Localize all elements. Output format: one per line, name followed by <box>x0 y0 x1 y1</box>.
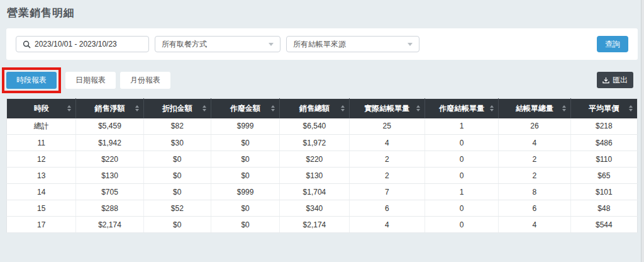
tab-period-report[interactable]: 時段報表 <box>6 72 57 89</box>
column-header[interactable]: 平均單價 <box>570 99 637 118</box>
table-cell: $220 <box>280 151 349 168</box>
column-header-label: 實際結帳單量 <box>364 104 409 113</box>
table-cell: 26 <box>499 118 570 135</box>
table-cell: $0 <box>211 168 279 184</box>
annotation-highlight: 時段報表 <box>2 67 61 93</box>
table-cell: $65 <box>570 168 637 184</box>
column-header[interactable]: 作廢結帳單量 <box>425 99 498 118</box>
sort-icon[interactable] <box>341 105 345 111</box>
receipt-source-value: 所有結帳單來源 <box>293 39 346 50</box>
table-cell: 0 <box>425 135 498 151</box>
table-cell: $0 <box>143 151 211 168</box>
tab-month-report[interactable]: 月份報表 <box>120 72 170 89</box>
table-cell: $130 <box>76 168 143 184</box>
export-label: 匯出 <box>613 75 628 86</box>
chevron-down-icon <box>408 43 413 46</box>
pickup-method-value: 所有取餐方式 <box>162 39 207 50</box>
sort-icon[interactable] <box>271 105 275 111</box>
table-cell: 8 <box>499 184 570 200</box>
download-icon <box>602 77 609 84</box>
table-cell: $486 <box>570 135 637 151</box>
table-body: 總計$5,459$82$999$6,54025126$21811$1,942$3… <box>7 118 638 233</box>
table-cell: $1,972 <box>280 135 349 151</box>
column-header[interactable]: 折扣金額 <box>143 99 211 118</box>
table-cell: $340 <box>280 200 349 217</box>
sort-icon[interactable] <box>67 105 71 111</box>
table-row: 總計$5,459$82$999$6,54025126$218 <box>7 118 638 135</box>
table-cell: $705 <box>76 184 143 200</box>
sort-icon[interactable] <box>490 105 494 111</box>
table-cell: 7 <box>349 184 425 200</box>
column-header-label: 作廢結帳單量 <box>439 104 484 113</box>
column-header[interactable]: 實際結帳單量 <box>349 99 425 118</box>
table-cell: $6,540 <box>280 118 349 135</box>
column-header[interactable]: 時段 <box>7 99 76 118</box>
table-cell: 13 <box>7 168 76 184</box>
table-cell: 14 <box>7 184 76 200</box>
table-cell: $999 <box>211 184 279 200</box>
table-cell: $110 <box>570 151 637 168</box>
table-cell: 6 <box>349 200 425 217</box>
column-header[interactable]: 結帳單總量 <box>499 99 570 118</box>
scrollbar[interactable] <box>641 0 644 262</box>
table-cell: 12 <box>7 151 76 168</box>
table-cell: 4 <box>499 217 570 233</box>
table-cell: 0 <box>425 200 498 217</box>
table-cell: 2 <box>349 168 425 184</box>
table-cell: $0 <box>211 135 279 151</box>
table-header-row: 時段銷售淨額折扣金額作廢金額銷售總額實際結帳單量作廢結帳單量結帳單總量平均單價 <box>7 99 638 118</box>
table-cell: $220 <box>76 151 143 168</box>
table-row: 13$130$0$0$130202$65 <box>7 168 638 184</box>
column-header[interactable]: 銷售總額 <box>280 99 349 118</box>
sort-icon[interactable] <box>416 105 420 111</box>
table-cell: $2,174 <box>76 217 143 233</box>
table-cell: $0 <box>211 151 279 168</box>
sort-icon[interactable] <box>562 105 566 111</box>
table-cell: $544 <box>570 217 637 233</box>
sort-icon[interactable] <box>203 105 206 111</box>
table-cell: 4 <box>499 135 570 151</box>
query-button[interactable]: 查詢 <box>597 36 628 52</box>
table-cell: 25 <box>349 118 425 135</box>
table-cell: 15 <box>7 200 76 217</box>
page-title: 營業銷售明細 <box>7 6 644 20</box>
table-cell: $0 <box>211 200 279 217</box>
table-cell: $82 <box>143 118 211 135</box>
tabs-row: 時段報表 日期報表 月份報表 匯出 <box>6 66 638 94</box>
sort-icon[interactable] <box>629 105 633 111</box>
table-cell: 1 <box>425 184 498 200</box>
table-cell: $288 <box>76 200 143 217</box>
receipt-source-select[interactable]: 所有結帳單來源 <box>286 36 419 52</box>
table-cell: $999 <box>211 118 279 135</box>
table-cell: $30 <box>143 135 211 151</box>
column-header-label: 作廢金額 <box>230 104 260 113</box>
column-header[interactable]: 銷售淨額 <box>76 99 143 118</box>
table-row: 17$2,174$0$0$2,174404$544 <box>7 217 638 233</box>
column-header[interactable]: 作廢金額 <box>211 99 279 118</box>
table-cell: 2 <box>499 168 570 184</box>
table-cell: 總計 <box>7 118 76 135</box>
sort-icon[interactable] <box>135 105 139 111</box>
date-range-value: 2023/10/01 - 2023/10/23 <box>35 40 117 48</box>
column-header-label: 平均單價 <box>589 104 619 113</box>
table-cell: 17 <box>7 217 76 233</box>
column-header-label: 結帳單總量 <box>516 104 553 113</box>
column-header-label: 時段 <box>34 104 49 113</box>
column-header-label: 銷售淨額 <box>94 104 125 113</box>
table-cell: $52 <box>143 200 211 217</box>
table-cell: $5,459 <box>76 118 143 135</box>
chevron-down-icon <box>269 43 274 46</box>
tab-date-report[interactable]: 日期報表 <box>65 72 116 89</box>
table-cell: 4 <box>349 135 425 151</box>
table-cell: 11 <box>7 135 76 151</box>
table-cell: $2,174 <box>280 217 349 233</box>
table-cell: 2 <box>499 151 570 168</box>
export-button[interactable]: 匯出 <box>597 72 633 88</box>
date-range-input[interactable]: 2023/10/01 - 2023/10/23 <box>16 36 149 52</box>
table-header: 時段銷售淨額折扣金額作廢金額銷售總額實際結帳單量作廢結帳單量結帳單總量平均單價 <box>7 99 638 118</box>
table-row: 11$1,942$30$0$1,972404$486 <box>7 135 638 151</box>
pickup-method-select[interactable]: 所有取餐方式 <box>155 36 280 52</box>
table-cell: $0 <box>143 184 211 200</box>
table-cell: 2 <box>349 151 425 168</box>
search-icon <box>23 40 31 48</box>
